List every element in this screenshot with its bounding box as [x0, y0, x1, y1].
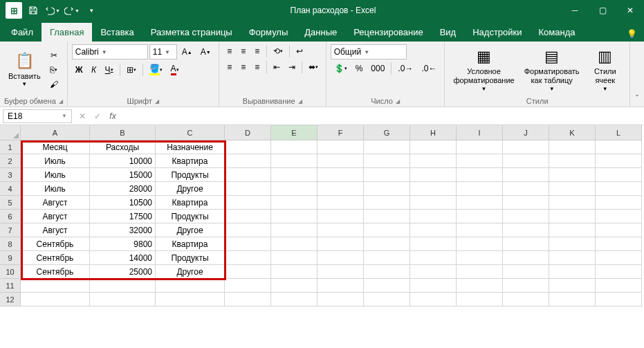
- tab-data[interactable]: Данные: [296, 23, 345, 42]
- cell[interactable]: [410, 237, 457, 251]
- cell[interactable]: [503, 279, 549, 293]
- cell[interactable]: [549, 168, 596, 182]
- cell[interactable]: [225, 251, 271, 265]
- cell[interactable]: Другое: [156, 265, 225, 279]
- cell[interactable]: 25000: [90, 265, 156, 279]
- tab-insert[interactable]: Вставка: [92, 23, 142, 42]
- cell[interactable]: Продукты: [156, 168, 225, 182]
- cell[interactable]: [503, 182, 549, 196]
- cell[interactable]: 15000: [90, 168, 156, 182]
- cell[interactable]: [596, 168, 642, 182]
- row-header[interactable]: 10: [0, 265, 21, 279]
- cell[interactable]: [225, 223, 271, 237]
- cell[interactable]: [21, 293, 90, 306]
- cell[interactable]: [549, 140, 596, 154]
- close-icon[interactable]: ✕: [616, 0, 644, 21]
- cancel-formula-icon[interactable]: ✕: [75, 111, 90, 121]
- cell[interactable]: [503, 293, 549, 306]
- cell[interactable]: [596, 182, 642, 196]
- column-header[interactable]: J: [503, 125, 549, 140]
- cell[interactable]: [410, 210, 457, 223]
- cell[interactable]: 10000: [90, 154, 156, 168]
- cell[interactable]: [318, 210, 364, 223]
- column-header[interactable]: A: [21, 125, 90, 140]
- cell[interactable]: [410, 140, 457, 154]
- cell[interactable]: [549, 182, 596, 196]
- cell[interactable]: [410, 251, 457, 265]
- cell[interactable]: [549, 154, 596, 168]
- increase-decimal-icon[interactable]: .0→: [394, 62, 416, 75]
- cell[interactable]: [318, 279, 364, 293]
- cell[interactable]: Квартира: [156, 154, 225, 168]
- cell[interactable]: [503, 196, 549, 210]
- cell[interactable]: [364, 251, 410, 265]
- cell[interactable]: Квартира: [156, 196, 225, 210]
- enter-formula-icon[interactable]: ✓: [90, 111, 105, 121]
- cell[interactable]: Продукты: [156, 210, 225, 223]
- cell[interactable]: [457, 223, 503, 237]
- cell[interactable]: Июль: [21, 168, 90, 182]
- align-bottom-icon[interactable]: ≡: [251, 44, 264, 58]
- decrease-indent-icon[interactable]: ⇤: [270, 60, 284, 74]
- cell[interactable]: 14000: [90, 251, 156, 265]
- tab-review[interactable]: Рецензирование: [345, 23, 431, 42]
- column-header[interactable]: K: [549, 125, 596, 140]
- column-header[interactable]: D: [225, 125, 271, 140]
- dialog-launcher-icon[interactable]: ◢: [298, 98, 302, 104]
- cell[interactable]: [410, 154, 457, 168]
- cell-styles-button[interactable]: ▥ Стили ячеек▼: [585, 46, 625, 93]
- column-header[interactable]: F: [318, 125, 364, 140]
- cell[interactable]: [596, 210, 642, 223]
- accounting-format-icon[interactable]: 💲▾: [331, 62, 351, 75]
- merge-icon[interactable]: ⬌▾: [305, 60, 322, 74]
- cell[interactable]: [457, 182, 503, 196]
- row-header[interactable]: 8: [0, 237, 21, 251]
- cell[interactable]: [318, 223, 364, 237]
- cell[interactable]: [457, 279, 503, 293]
- underline-button[interactable]: Ч▾: [102, 63, 117, 77]
- cell[interactable]: [410, 223, 457, 237]
- cell[interactable]: [596, 293, 642, 306]
- cell[interactable]: [596, 154, 642, 168]
- dialog-launcher-icon[interactable]: ◢: [396, 98, 400, 104]
- cell[interactable]: [457, 293, 503, 306]
- align-left-icon[interactable]: ≡: [223, 60, 236, 74]
- cell[interactable]: [271, 279, 318, 293]
- cell[interactable]: [21, 279, 90, 293]
- redo-icon[interactable]: ▼: [64, 2, 80, 19]
- font-name-combo[interactable]: Calibri▼: [72, 44, 148, 59]
- cell[interactable]: [271, 210, 318, 223]
- cell[interactable]: [364, 196, 410, 210]
- cell[interactable]: 28000: [90, 182, 156, 196]
- cell[interactable]: [364, 265, 410, 279]
- cut-icon[interactable]: ✂: [46, 48, 62, 62]
- align-right-icon[interactable]: ≡: [251, 60, 264, 74]
- cell[interactable]: [364, 279, 410, 293]
- cell[interactable]: [318, 265, 364, 279]
- cell[interactable]: [318, 168, 364, 182]
- cell[interactable]: [271, 168, 318, 182]
- cell[interactable]: [271, 182, 318, 196]
- cell[interactable]: 17500: [90, 210, 156, 223]
- cell[interactable]: Месяц: [21, 140, 90, 154]
- column-header[interactable]: E: [271, 125, 318, 140]
- cell[interactable]: [271, 251, 318, 265]
- cell[interactable]: [271, 154, 318, 168]
- cell[interactable]: [90, 293, 156, 306]
- cell[interactable]: [156, 279, 225, 293]
- cell[interactable]: [410, 182, 457, 196]
- cell[interactable]: [225, 265, 271, 279]
- cell[interactable]: [457, 237, 503, 251]
- cell[interactable]: [225, 196, 271, 210]
- cell[interactable]: Июль: [21, 182, 90, 196]
- cell[interactable]: [457, 168, 503, 182]
- percent-format-icon[interactable]: %: [352, 62, 367, 75]
- tab-formulas[interactable]: Формулы: [241, 23, 297, 42]
- bold-button[interactable]: Ж: [72, 63, 86, 77]
- tab-page-layout[interactable]: Разметка страницы: [142, 23, 241, 42]
- tab-file[interactable]: Файл: [3, 23, 42, 42]
- cell[interactable]: [457, 265, 503, 279]
- cell[interactable]: [503, 210, 549, 223]
- row-header[interactable]: 6: [0, 210, 21, 223]
- cell[interactable]: Продукты: [156, 251, 225, 265]
